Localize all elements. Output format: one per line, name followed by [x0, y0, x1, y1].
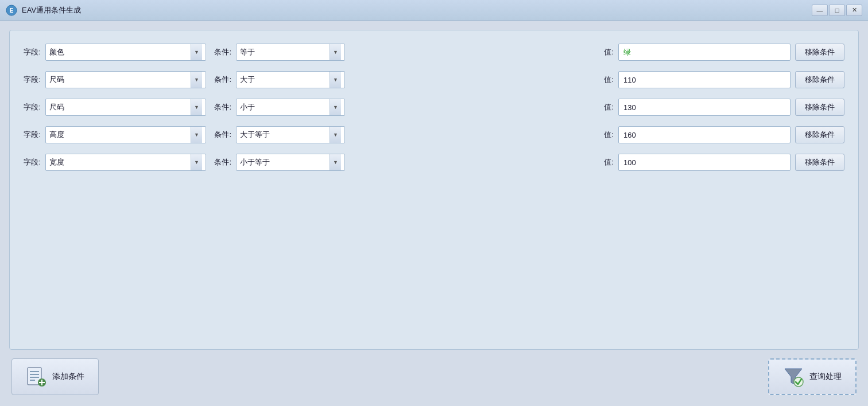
query-label: 查询处理 — [809, 372, 842, 382]
condition-arrow-2: ▼ — [330, 99, 341, 115]
field-arrow-2: ▼ — [191, 99, 202, 115]
svg-text:E: E — [10, 7, 14, 14]
condition-row: 字段: 尺码 ▼ 条件: 小于 ▼ 值: 移除条件 — [24, 97, 844, 118]
app-icon: E — [6, 5, 17, 16]
value-input-2[interactable] — [618, 99, 790, 116]
add-condition-icon — [26, 366, 46, 387]
minimize-button[interactable]: — — [812, 5, 828, 16]
condition-value-1: 大于 — [240, 75, 327, 85]
query-button[interactable]: 查询处理 — [768, 358, 857, 395]
window-controls: — □ ✕ — [812, 5, 862, 16]
field-arrow-4: ▼ — [191, 154, 202, 170]
add-condition-button[interactable]: 添加条件 — [11, 358, 99, 395]
remove-btn-2[interactable]: 移除条件 — [795, 99, 844, 116]
field-select-3[interactable]: 高度 ▼ — [45, 126, 206, 143]
field-arrow-1: ▼ — [191, 72, 202, 88]
field-value-4: 宽度 — [49, 157, 188, 167]
title-bar: E EAV通用条件生成 — □ ✕ — [0, 0, 868, 21]
condition-row: 字段: 高度 ▼ 条件: 大于等于 ▼ 值: 移除条件 — [24, 124, 844, 145]
condition-select-4[interactable]: 小于等于 ▼ — [236, 154, 345, 171]
add-condition-label: 添加条件 — [52, 372, 84, 382]
condition-value-3: 大于等于 — [240, 130, 327, 140]
conditions-panel: 字段: 颜色 ▼ 条件: 等于 ▼ 值: 移除条件 字段: 尺码 ▼ 条件: 大… — [9, 30, 859, 350]
value-label-1: 值: — [600, 75, 614, 85]
value-label-0: 值: — [600, 47, 614, 57]
main-window: E EAV通用条件生成 — □ ✕ 字段: 颜色 ▼ 条件: 等于 ▼ 值: 移… — [0, 0, 868, 406]
bottom-bar: 添加条件 查询处理 — [9, 357, 859, 397]
remove-btn-4[interactable]: 移除条件 — [795, 154, 844, 171]
field-value-1: 尺码 — [49, 75, 188, 85]
condition-row: 字段: 颜色 ▼ 条件: 等于 ▼ 值: 移除条件 — [24, 42, 844, 63]
field-value-2: 尺码 — [49, 102, 188, 112]
condition-arrow-3: ▼ — [330, 127, 341, 143]
condition-label-2: 条件: — [211, 102, 231, 112]
field-value-3: 高度 — [49, 130, 188, 140]
condition-select-1[interactable]: 大于 ▼ — [236, 71, 345, 88]
field-label-1: 字段: — [24, 75, 41, 85]
value-label-4: 值: — [600, 157, 614, 167]
value-label-3: 值: — [600, 130, 614, 140]
condition-value-0: 等于 — [240, 47, 327, 57]
field-select-4[interactable]: 宽度 ▼ — [45, 154, 206, 171]
condition-arrow-1: ▼ — [330, 72, 341, 88]
field-arrow-0: ▼ — [191, 44, 202, 60]
condition-arrow-4: ▼ — [330, 154, 341, 170]
condition-label-0: 条件: — [211, 47, 231, 57]
field-label-4: 字段: — [24, 157, 41, 167]
condition-row: 字段: 尺码 ▼ 条件: 大于 ▼ 值: 移除条件 — [24, 69, 844, 90]
remove-btn-3[interactable]: 移除条件 — [795, 126, 844, 143]
close-button[interactable]: ✕ — [846, 5, 862, 16]
condition-select-3[interactable]: 大于等于 ▼ — [236, 126, 345, 143]
field-select-2[interactable]: 尺码 ▼ — [45, 99, 206, 116]
window-title: EAV通用条件生成 — [22, 5, 812, 15]
remove-btn-1[interactable]: 移除条件 — [795, 71, 844, 88]
condition-value-2: 小于 — [240, 102, 327, 112]
field-value-0: 颜色 — [49, 47, 188, 57]
condition-label-1: 条件: — [211, 75, 231, 85]
field-select-1[interactable]: 尺码 ▼ — [45, 71, 206, 88]
field-label-3: 字段: — [24, 130, 41, 140]
condition-select-0[interactable]: 等于 ▼ — [236, 44, 345, 61]
field-label-2: 字段: — [24, 102, 41, 112]
value-input-0[interactable] — [618, 44, 790, 61]
condition-value-4: 小于等于 — [240, 157, 327, 167]
value-input-1[interactable] — [618, 71, 790, 88]
remove-btn-0[interactable]: 移除条件 — [795, 44, 844, 61]
value-input-3[interactable] — [618, 126, 790, 143]
condition-label-3: 条件: — [211, 130, 231, 140]
condition-label-4: 条件: — [211, 157, 231, 167]
condition-arrow-0: ▼ — [330, 44, 341, 60]
window-body: 字段: 颜色 ▼ 条件: 等于 ▼ 值: 移除条件 字段: 尺码 ▼ 条件: 大… — [0, 21, 868, 406]
field-label-0: 字段: — [24, 47, 41, 57]
condition-select-2[interactable]: 小于 ▼ — [236, 99, 345, 116]
value-label-2: 值: — [600, 102, 614, 112]
field-select-0[interactable]: 颜色 ▼ — [45, 44, 206, 61]
value-input-4[interactable] — [618, 154, 790, 171]
field-arrow-3: ▼ — [191, 127, 202, 143]
condition-row: 字段: 宽度 ▼ 条件: 小于等于 ▼ 值: 移除条件 — [24, 152, 844, 173]
restore-button[interactable]: □ — [829, 5, 845, 16]
query-icon — [783, 366, 804, 387]
